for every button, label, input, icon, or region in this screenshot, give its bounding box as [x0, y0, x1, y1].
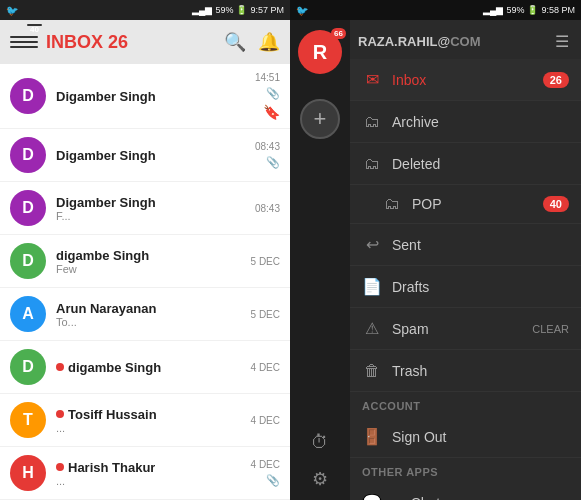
menu-item-drafts[interactable]: 📄Drafts: [350, 266, 581, 308]
email-item[interactable]: Ddigambe SinghFew5 DEC: [0, 235, 290, 288]
avatar: H: [10, 455, 46, 491]
spam-icon: ⚠: [362, 319, 382, 338]
archive-label: Archive: [392, 114, 569, 130]
email-item[interactable]: TTosiff Hussain...4 DEC: [0, 394, 290, 447]
sb-right-info-r: ▂▄▆ 59% 🔋 9:58 PM: [483, 5, 575, 15]
deleted-label: Deleted: [392, 156, 569, 172]
history-icon[interactable]: ⏱: [311, 432, 329, 453]
menu-item-deleted[interactable]: 🗂Deleted: [350, 143, 581, 185]
time-right: 9:58 PM: [541, 5, 575, 15]
email-content: Arun NarayananTo...: [56, 301, 251, 328]
menu-item-sent[interactable]: ↩Sent: [350, 224, 581, 266]
avatar: A: [10, 296, 46, 332]
avatar: D: [10, 137, 46, 173]
spam-action[interactable]: CLEAR: [532, 323, 569, 335]
menu-list: RAZA.RAHIL@COM ☰ ✉Inbox26🗂Archive🗂Delete…: [350, 20, 581, 500]
signal-icon: ▂▄▆: [192, 5, 212, 15]
email-time: 5 DEC: [251, 256, 280, 267]
fab-bottom: ⏱ ⚙: [311, 432, 329, 500]
email-sender: Digamber Singh: [56, 89, 156, 104]
email-sender: Arun Narayanan: [56, 301, 156, 316]
email-time: 08:43: [255, 203, 280, 214]
email-preview: Few: [56, 263, 251, 275]
hamburger-right[interactable]: ☰: [555, 32, 569, 51]
menu-items-container: ✉Inbox26🗂Archive🗂Deleted🗂POP40↩Sent📄Draf…: [350, 59, 581, 392]
menu-item-mychat[interactable]: 💬myChat: [350, 482, 581, 500]
filter-icon[interactable]: 🔔: [258, 31, 280, 53]
email-item[interactable]: DDigamber Singh08:43📎: [0, 129, 290, 182]
email-meta: 4 DEC: [251, 362, 280, 373]
sent-icon: ↩: [362, 235, 382, 254]
email-meta: 5 DEC: [251, 256, 280, 267]
unread-dot: [56, 410, 64, 418]
hamburger-line: [10, 36, 38, 38]
spam-label: Spam: [392, 321, 532, 337]
email-meta: 4 DEC📎: [251, 459, 280, 487]
email-time: 5 DEC: [251, 309, 280, 320]
user-count-badge: 66: [331, 28, 346, 39]
inbox-label: INBOX: [46, 32, 103, 52]
menu-button[interactable]: 40: [10, 28, 38, 56]
menu-badge-count: 40: [27, 24, 42, 26]
email-meta: 5 DEC: [251, 309, 280, 320]
email-item[interactable]: DDigamber Singh14:51📎🔖: [0, 64, 290, 129]
settings-icon[interactable]: ⚙: [312, 468, 328, 490]
pop-label: POP: [412, 196, 543, 212]
sent-label: Sent: [392, 237, 569, 253]
email-meta: 08:43📎: [255, 141, 280, 169]
drafts-icon: 📄: [362, 277, 382, 296]
menu-item-trash[interactable]: 🗑Trash: [350, 350, 581, 392]
avatar: D: [10, 243, 46, 279]
status-bar-left: 🐦 ▂▄▆ 59% 🔋 9:57 PM: [0, 0, 290, 20]
user-avatar-wrap: R 66: [298, 30, 342, 84]
menu-item-signout[interactable]: 🚪Sign Out: [350, 416, 581, 458]
menu-item-pop[interactable]: 🗂POP40: [350, 185, 581, 224]
trash-icon: 🗑: [362, 362, 382, 380]
email-item[interactable]: DDigamber SinghF...08:43: [0, 182, 290, 235]
email-time: 4 DEC: [251, 459, 280, 470]
avatar: T: [10, 402, 46, 438]
mychat-icon: 💬: [362, 493, 382, 500]
compose-icon: +: [314, 106, 327, 132]
menu-item-inbox[interactable]: ✉Inbox26: [350, 59, 581, 101]
email-content: Harish Thakur...: [56, 460, 251, 487]
email-meta: 08:43: [255, 203, 280, 214]
inbox-label: Inbox: [392, 72, 543, 88]
signout-icon: 🚪: [362, 427, 382, 446]
email-preview: ...: [56, 422, 251, 434]
signout-label: Sign Out: [392, 429, 569, 445]
email-preview: ...: [56, 475, 251, 487]
header-icons: 🔍 🔔: [224, 31, 280, 53]
attach-icon: 📎: [266, 474, 280, 487]
email-meta: 4 DEC: [251, 415, 280, 426]
signal-icon-right: ▂▄▆: [483, 5, 503, 15]
archive-icon: 🗂: [362, 113, 382, 131]
account-section-header: ACCOUNT: [350, 392, 581, 416]
drafts-label: Drafts: [392, 279, 569, 295]
inbox-icon: ✉: [362, 70, 382, 89]
email-time: 4 DEC: [251, 362, 280, 373]
email-item[interactable]: AArun NarayananTo...5 DEC: [0, 288, 290, 341]
bookmark-icon: 🔖: [263, 104, 280, 120]
email-sender: digambe Singh: [68, 360, 161, 375]
email-time: 08:43: [255, 141, 280, 152]
right-panel: 🐦 ▂▄▆ 59% 🔋 9:58 PM R 66 + ⏱ ⚙: [290, 0, 581, 500]
menu-item-archive[interactable]: 🗂Archive: [350, 101, 581, 143]
email-list: DDigamber Singh14:51📎🔖DDigamber Singh08:…: [0, 64, 290, 500]
compose-button[interactable]: +: [300, 99, 340, 139]
user-email-header: RAZA.RAHIL@COM ☰: [350, 20, 581, 59]
email-item[interactable]: Ddigambe Singh4 DEC: [0, 341, 290, 394]
status-bar-right: 🐦 ▂▄▆ 59% 🔋 9:58 PM: [290, 0, 581, 20]
menu-item-spam[interactable]: ⚠SpamCLEAR: [350, 308, 581, 350]
search-icon[interactable]: 🔍: [224, 31, 246, 53]
email-content: digambe SinghFew: [56, 248, 251, 275]
right-content: R 66 + ⏱ ⚙ RAZA.RAHIL@COM ☰ ✉Inbox: [290, 20, 581, 500]
trash-label: Trash: [392, 363, 569, 379]
header-left: 40 INBOX 26 🔍 🔔: [0, 20, 290, 64]
email-preview: To...: [56, 316, 251, 328]
email-content: Digamber Singh: [56, 148, 255, 163]
email-item[interactable]: HHarish Thakur...4 DEC📎: [0, 447, 290, 500]
inbox-count: 26: [108, 32, 128, 52]
mychat-label: myChat: [392, 495, 569, 501]
email-sender: Tosiff Hussain: [68, 407, 157, 422]
